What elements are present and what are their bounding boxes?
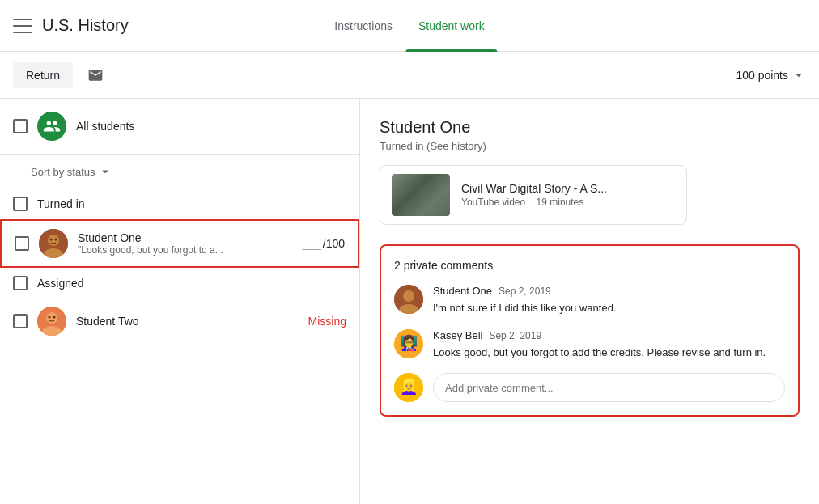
svg-point-9 bbox=[53, 316, 56, 319]
student-one-score: ___ /100 bbox=[302, 237, 345, 250]
left-panel: All students Sort by status Turned in bbox=[0, 99, 360, 504]
email-button[interactable] bbox=[83, 62, 108, 88]
attachment-meta: YouTube video 19 minutes bbox=[461, 197, 675, 208]
comment-text-teacher: Looks good, but you forgot to add the cr… bbox=[433, 345, 785, 361]
student-one-name: Student One bbox=[78, 231, 292, 244]
student-row-one[interactable]: Student One "Looks good, but you forgot … bbox=[0, 219, 359, 268]
svg-point-1 bbox=[48, 235, 59, 246]
tab-student-work[interactable]: Student work bbox=[405, 0, 498, 52]
header-tabs: Instructions Student work bbox=[321, 0, 497, 52]
all-students-checkbox[interactable] bbox=[13, 119, 28, 133]
svg-text:👱‍♀️: 👱‍♀️ bbox=[400, 378, 418, 396]
points-label: 100 points bbox=[736, 69, 788, 82]
student-one-avatar-img bbox=[39, 229, 68, 258]
svg-point-6 bbox=[46, 312, 57, 324]
student-two-checkbox[interactable] bbox=[13, 314, 28, 328]
student-two-avatar bbox=[37, 307, 66, 336]
section-assigned: Assigned bbox=[0, 268, 359, 299]
attachment-card[interactable]: Civil War Digital Story - A S... YouTube… bbox=[380, 165, 687, 225]
comment-teacher-img: 👩‍🏫 bbox=[394, 329, 423, 358]
private-comments-title: 2 private comments bbox=[394, 259, 785, 272]
attachment-duration: 19 minutes bbox=[537, 197, 584, 208]
svg-point-3 bbox=[50, 239, 53, 241]
group-icon bbox=[43, 117, 61, 135]
comment-date-teacher: Sep 2, 2019 bbox=[489, 330, 541, 341]
attachment-title: Civil War Digital Story - A S... bbox=[461, 182, 675, 195]
add-comment-row: 👱‍♀️ bbox=[394, 373, 785, 402]
points-selector[interactable]: 100 points bbox=[736, 68, 806, 83]
attachment-type: YouTube video bbox=[461, 197, 525, 208]
turned-in-text: Turned in (See history) bbox=[380, 140, 800, 152]
comment-text-student: I'm not sure if I did this like you want… bbox=[433, 300, 785, 316]
app-title: U.S. History bbox=[42, 16, 129, 35]
comment-entry-teacher: 👩‍🏫 Kasey Bell Sep 2, 2019 Looks good, b… bbox=[394, 329, 785, 361]
comment-entry-student: Student One Sep 2, 2019 I'm not sure if … bbox=[394, 285, 785, 316]
all-students-label: All students bbox=[76, 120, 134, 133]
hamburger-menu[interactable] bbox=[13, 19, 32, 33]
student-one-avatar bbox=[39, 229, 68, 258]
comment-avatar-student bbox=[394, 285, 423, 314]
main: All students Sort by status Turned in bbox=[0, 99, 819, 504]
student-two-name: Student Two bbox=[76, 315, 299, 328]
all-students-avatar bbox=[37, 112, 66, 141]
assigned-title: Assigned bbox=[37, 277, 84, 290]
attachment-info: Civil War Digital Story - A S... YouTube… bbox=[461, 182, 675, 208]
comment-body-teacher: Kasey Bell Sep 2, 2019 Looks good, but y… bbox=[433, 329, 785, 361]
header: U.S. History Instructions Student work bbox=[0, 0, 819, 52]
svg-text:👩‍🏫: 👩‍🏫 bbox=[400, 334, 418, 352]
missing-badge: Missing bbox=[308, 315, 346, 328]
sort-row: Sort by status bbox=[0, 155, 359, 188]
comment-body-student: Student One Sep 2, 2019 I'm not sure if … bbox=[433, 285, 785, 316]
student-one-comment: "Looks good, but you forgot to a... bbox=[78, 244, 292, 256]
section-turned-in: Turned in bbox=[0, 188, 359, 219]
score-total: /100 bbox=[323, 237, 345, 250]
private-comments-box: 2 private comments Student One Sep 2, 20… bbox=[380, 244, 800, 417]
svg-point-8 bbox=[49, 316, 51, 319]
comment-date-student: Sep 2, 2019 bbox=[499, 286, 551, 297]
return-button[interactable]: Return bbox=[13, 62, 73, 88]
student-two-info: Student Two bbox=[76, 315, 299, 328]
comment-author-teacher: Kasey Bell bbox=[433, 329, 482, 341]
comment-avatar-teacher: 👩‍🏫 bbox=[394, 329, 423, 358]
comment-author-student: Student One bbox=[433, 285, 492, 297]
tab-instructions[interactable]: Instructions bbox=[321, 0, 405, 52]
student-one-info: Student One "Looks good, but you forgot … bbox=[78, 231, 292, 256]
sort-label: Sort by status bbox=[31, 166, 95, 178]
sort-chevron-icon[interactable] bbox=[98, 164, 112, 179]
comment-header-student: Student One Sep 2, 2019 bbox=[433, 285, 785, 297]
turned-in-title: Turned in bbox=[37, 197, 85, 210]
turned-in-checkbox[interactable] bbox=[13, 197, 28, 211]
add-comment-avatar-img: 👱‍♀️ bbox=[394, 373, 423, 402]
student-row-two[interactable]: Student Two Missing bbox=[0, 299, 359, 344]
attachment-thumb bbox=[392, 174, 450, 216]
add-comment-avatar: 👱‍♀️ bbox=[394, 373, 423, 402]
assigned-checkbox[interactable] bbox=[13, 276, 28, 290]
all-students-row: All students bbox=[0, 99, 359, 155]
svg-point-11 bbox=[403, 290, 414, 302]
student-two-avatar-img bbox=[37, 307, 66, 336]
email-icon bbox=[87, 67, 104, 83]
toolbar: Return 100 points bbox=[0, 52, 819, 99]
add-comment-input[interactable] bbox=[433, 373, 785, 402]
thumb-img bbox=[392, 174, 450, 216]
right-panel: Student One Turned in (See history) Civi… bbox=[360, 99, 819, 504]
svg-point-4 bbox=[55, 239, 57, 241]
comment-header-teacher: Kasey Bell Sep 2, 2019 bbox=[433, 329, 785, 341]
comment-student-img bbox=[394, 285, 423, 314]
student-heading: Student One bbox=[380, 118, 800, 137]
chevron-down-icon bbox=[791, 68, 806, 83]
score-dashes: ___ bbox=[302, 237, 320, 250]
student-one-checkbox[interactable] bbox=[15, 236, 29, 251]
